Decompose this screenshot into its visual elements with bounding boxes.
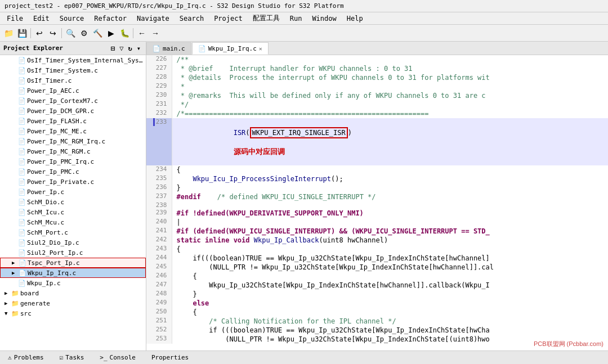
- toolbar-btn-7[interactable]: 🔨: [91, 27, 104, 39]
- list-item[interactable]: 📄 Power_Ip_DCM_GPR.c: [0, 106, 146, 116]
- line-number: 248: [146, 290, 172, 299]
- table-row: 237 #endif /* defined WKPU_ICU_SINGLE_IN…: [146, 192, 608, 201]
- line-number: 229: [146, 82, 172, 91]
- table-row: 235 Wkpu_Icu_Ip_ProcessSingleInterrupt()…: [146, 174, 608, 183]
- tab-main-c[interactable]: 📄 main.c: [146, 42, 191, 55]
- menu-item-refactor[interactable]: Refactor: [90, 14, 131, 24]
- line-number: 246: [146, 272, 172, 281]
- list-item[interactable]: 📄 Power_Ip_PMC.c: [0, 167, 146, 177]
- line-number: 249: [146, 299, 172, 308]
- list-item[interactable]: 📄 Siul2_Dio_Ip.c: [0, 237, 146, 248]
- toolbar-btn-11[interactable]: →: [149, 27, 162, 39]
- tab-close-icon[interactable]: ✕: [259, 46, 262, 52]
- toolbar-btn-10[interactable]: ←: [136, 27, 148, 39]
- list-item[interactable]: 📄 Wkpu_Ip.c: [0, 278, 146, 288]
- toolbar-btn-3[interactable]: ↩: [33, 27, 46, 39]
- bottom-tab-problems[interactable]: ⚠ Problems: [3, 353, 48, 362]
- line-content: #if !defined(WKPU_DERIVATIVE_SUPPORT_ONL…: [172, 209, 608, 218]
- arrow-icon: ▶: [5, 300, 11, 306]
- menu-item-----[interactable]: 配置工具: [248, 12, 284, 24]
- file-icon: 📄: [18, 239, 27, 246]
- list-item-wkpu-irq[interactable]: ▶ 📄 Wkpu_Ip_Irq.c: [0, 268, 146, 278]
- bottom-tab-properties[interactable]: Properties: [147, 353, 193, 362]
- line-number: 242: [146, 236, 172, 245]
- table-row: 227 * @brief Interrupt handler for WKPU …: [146, 64, 608, 73]
- table-row: 248 }: [146, 290, 608, 299]
- menu-item-window[interactable]: Window: [307, 14, 341, 24]
- folder-board[interactable]: ▶ 📁 board: [0, 288, 146, 298]
- filter-icon[interactable]: ▽: [118, 44, 125, 53]
- toolbar-btn-2[interactable]: 💾: [16, 27, 28, 39]
- toolbar-btn-6[interactable]: ⚙: [78, 27, 90, 39]
- table-row: 243 {: [146, 245, 608, 254]
- file-icon: 📄: [18, 128, 27, 135]
- list-item[interactable]: ▶ 📄 Tspc_Port_Ip.c: [0, 258, 146, 268]
- line-number: 230: [146, 91, 172, 100]
- list-item[interactable]: 📄 Power_Ip_MC_ME.c: [0, 126, 146, 136]
- list-item[interactable]: 📄 OsIf_Timer_System_Internal_Systick.c: [0, 55, 146, 65]
- explorer-header-icons: ⊟ ▽ ↻ ▾: [109, 44, 142, 53]
- explorer-tree: 📄 OsIf_Timer_System_Internal_Systick.c 📄…: [0, 55, 146, 350]
- list-item[interactable]: 📄 Power_Ip_MC_RGM_Irq.c: [0, 136, 146, 146]
- table-row: 239 #if !defined(WKPU_DERIVATIVE_SUPPORT…: [146, 209, 608, 218]
- menu-item-help[interactable]: Help: [342, 14, 368, 24]
- line-number: 228: [146, 73, 172, 82]
- table-row: 233 ISR(WKPU_EXT_IRQ_SINGLE_ISR) 源码中对应回调: [146, 118, 608, 165]
- sync-icon[interactable]: ↻: [127, 44, 134, 53]
- file-icon: 📄: [19, 259, 28, 267]
- table-row: 229 *: [146, 82, 608, 91]
- file-icon: 📄: [18, 97, 27, 105]
- menu-item-source[interactable]: Source: [55, 14, 88, 24]
- list-item[interactable]: 📄 Power_Ip_AEC.c: [0, 86, 146, 96]
- bottom-tab-tasks[interactable]: ☑ Tasks: [55, 353, 89, 362]
- list-item[interactable]: 📄 SchM_Icu.c: [0, 207, 146, 217]
- line-content: if (((boolean)TRUE == Wkpu_Ip_u32ChState…: [172, 326, 608, 335]
- editor-tabs: 📄 main.c 📄 Wkpu_Ip_Irq.c ✕: [146, 42, 608, 55]
- toolbar-btn-9[interactable]: 🐛: [118, 27, 131, 39]
- tab-wkpu-irq[interactable]: 📄 Wkpu_Ip_Irq.c ✕: [192, 42, 269, 55]
- folder-src[interactable]: ▼ 📁 src: [0, 308, 146, 318]
- menu-item-run[interactable]: Run: [285, 14, 307, 24]
- list-item[interactable]: 📄 OsIf_Timer_System.c: [0, 65, 146, 75]
- toolbar-btn-1[interactable]: 📁: [2, 27, 15, 39]
- toolbar-btn-4[interactable]: ↪: [47, 27, 59, 39]
- table-row: 238: [146, 201, 608, 209]
- menu-item-project[interactable]: Project: [209, 14, 247, 24]
- menu-item-file[interactable]: File: [2, 14, 28, 24]
- list-item[interactable]: 📄 SchM_Port.c: [0, 227, 146, 237]
- menu-item-navigate[interactable]: Navigate: [132, 14, 174, 24]
- line-content: {: [172, 308, 608, 317]
- list-item[interactable]: 📄 Power_Ip_MC_RGM.c: [0, 146, 146, 156]
- line-content: }: [172, 183, 608, 192]
- file-icon: 📄: [18, 280, 27, 287]
- collapse-all-icon[interactable]: ⊟: [109, 44, 117, 53]
- list-item[interactable]: 📄 SchM_Dio.c: [0, 197, 146, 207]
- table-row: 245 (NULL_PTR != Wkpu_Ip_u32ChState[Wkpu…: [146, 263, 608, 272]
- table-row: 244 if(((boolean)TRUE == Wkpu_Ip_u32ChSt…: [146, 254, 608, 263]
- line-number: 241: [146, 227, 172, 236]
- toolbar-btn-8[interactable]: ▶: [105, 27, 117, 39]
- toolbar-btn-5[interactable]: 🔍: [64, 27, 77, 39]
- line-number: 226: [146, 55, 172, 64]
- menu-item-edit[interactable]: Edit: [29, 14, 54, 24]
- file-icon: 📄: [18, 118, 27, 125]
- line-content: * @brief Interrupt handler for WKPU chan…: [172, 64, 608, 73]
- folder-generate[interactable]: ▶ 📁 generate: [0, 298, 146, 308]
- list-item[interactable]: 📄 Siul2_Port_Ip.c: [0, 248, 146, 258]
- list-item[interactable]: 📄 Power_Ip_PMC_Irq.c: [0, 156, 146, 167]
- explorer-menu-icon[interactable]: ▾: [135, 44, 142, 53]
- bottom-panel: ⚠ Problems ☑ Tasks >_ Console Properties: [0, 350, 608, 364]
- code-editor[interactable]: 226 /** 227 * @brief Interrupt handler f…: [146, 55, 608, 350]
- list-item[interactable]: 📄 Power_Ip.c: [0, 187, 146, 197]
- file-icon: 📄: [18, 249, 27, 257]
- list-item[interactable]: 📄 SchM_Mcu.c: [0, 217, 146, 227]
- menu-item-search[interactable]: Search: [175, 14, 208, 24]
- list-item[interactable]: 📄 Power_Ip_FLASH.c: [0, 116, 146, 126]
- bottom-tab-console[interactable]: >_ Console: [95, 353, 140, 362]
- table-row: 241 #if (defined(WKPU_ICU_SINGLE_INTERRU…: [146, 227, 608, 236]
- list-item[interactable]: 📄 Power_Ip_CortexM7.c: [0, 96, 146, 106]
- file-icon: 📄: [18, 188, 27, 196]
- tab-icon: 📄: [198, 45, 206, 52]
- list-item[interactable]: 📄 OsIf_Timer.c: [0, 75, 146, 86]
- list-item[interactable]: 📄 Power_Ip_Private.c: [0, 177, 146, 187]
